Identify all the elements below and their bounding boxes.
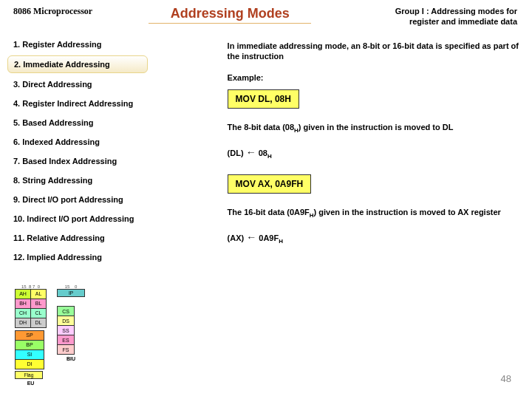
mode-item-4: 4. Register Indirect Addressing bbox=[13, 94, 228, 113]
subject-label: 8086 Microprocessor bbox=[13, 6, 126, 17]
mode-item-11: 11. Relative Addressing bbox=[13, 228, 228, 248]
mode-item-2-selected: 2. Immediate Addressing bbox=[7, 55, 148, 73]
mode-list: 1. Register Addressing 2. Immediate Addr… bbox=[0, 35, 228, 267]
register-diagram: 15 8 7 0 AHAL BHBL CHCL DHDL SP BP SI DI… bbox=[15, 284, 126, 386]
mode-item-7: 7. Based Index Addressing bbox=[13, 151, 228, 171]
intro-text: In immediate addressing mode, an 8-bit o… bbox=[228, 41, 519, 63]
eu-label: EU bbox=[15, 381, 47, 386]
mode-item-1: 1. Register Addressing bbox=[13, 35, 228, 54]
biu-label: BIU bbox=[57, 356, 85, 361]
mode-item-5: 5. Based Addressing bbox=[13, 113, 228, 132]
flag-reg: Flag bbox=[15, 371, 43, 379]
slide-title: Addressing Modes bbox=[149, 6, 311, 21]
mode-item-9: 9. Direct I/O port Addressing bbox=[13, 190, 228, 209]
example1-assignment: (DL) ← 08H bbox=[228, 146, 519, 161]
example1-code: MOV DL, 08H bbox=[228, 89, 299, 109]
example1-desc: The 8-bit data (08H) given in the instru… bbox=[228, 122, 519, 135]
gp-regs-8bit: AHAL BHBL CHCL DHDL bbox=[15, 289, 47, 328]
content-area: 1. Register Addressing 2. Immediate Addr… bbox=[0, 35, 532, 267]
example-label: Example: bbox=[228, 72, 519, 83]
mode-item-10: 10. Indirect I/O port Addressing bbox=[13, 209, 228, 228]
explanation: In immediate addressing mode, an 8-bit o… bbox=[228, 35, 532, 267]
index-regs: SP BP SI DI bbox=[15, 330, 44, 369]
title-block: Addressing Modes bbox=[149, 6, 311, 24]
title-underline bbox=[149, 23, 311, 24]
ip-reg: IP bbox=[57, 289, 85, 297]
group-label: Group I : Addressing modes for register … bbox=[333, 6, 517, 27]
slide-header: 8086 Microprocessor Addressing Modes Gro… bbox=[0, 0, 532, 27]
mode-item-12: 12. Implied Addressing bbox=[13, 248, 228, 267]
mode-item-3: 3. Direct Addressing bbox=[13, 75, 228, 94]
mode-item-8: 8. String Addressing bbox=[13, 171, 228, 190]
segment-regs: CS DS SS ES FS bbox=[57, 306, 75, 355]
example2-desc: The 16-bit data (0A9FH) given in the ins… bbox=[228, 207, 519, 220]
mode-item-6: 6. Indexed Addressing bbox=[13, 132, 228, 151]
example2-code: MOV AX, 0A9FH bbox=[228, 174, 312, 194]
page-number: 48 bbox=[501, 373, 511, 384]
example2-assignment: (AX) ← 0A9FH bbox=[228, 231, 519, 246]
left-arrow-icon: ← bbox=[246, 231, 256, 243]
left-arrow-icon: ← bbox=[246, 146, 256, 158]
